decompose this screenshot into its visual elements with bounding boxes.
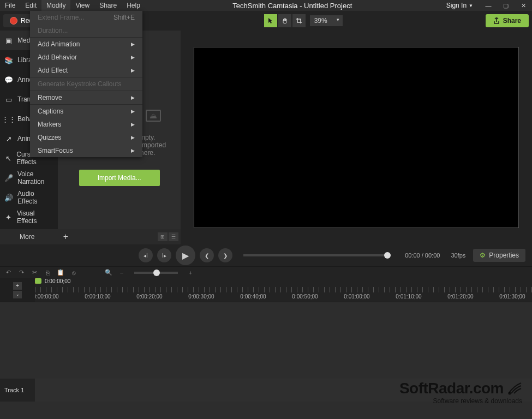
track-options-button[interactable]: ⌄	[13, 291, 22, 298]
ruler-label: 0:01:20;00	[447, 294, 473, 300]
next-button[interactable]: ❯	[218, 248, 232, 262]
timeline: + ⌄ 0:00:00;00 0:00:00;000:00:10;000:00:…	[0, 278, 532, 411]
next-frame-button[interactable]: I▸	[157, 248, 171, 262]
record-icon	[10, 17, 17, 25]
dd-markers[interactable]: Markers▶	[30, 118, 142, 131]
ruler-label: 0:00:20;00	[136, 294, 162, 300]
zoom-out-button[interactable]: −	[118, 269, 125, 277]
menubar: File Edit Modify View Share Help	[0, 0, 145, 11]
annotations-icon: 💬	[4, 75, 13, 84]
share-icon	[493, 17, 500, 24]
split-button[interactable]: ⎋	[70, 269, 77, 277]
window-controls: Sign In▼ — ▢ ✕	[440, 0, 532, 11]
undo-button[interactable]: ↶	[4, 269, 12, 277]
media-footer: + ⊞ ☰	[58, 229, 181, 244]
ruler-label: 0:00:10;00	[85, 294, 110, 300]
dd-quizzes[interactable]: Quizzes▶	[30, 131, 142, 144]
crop-tool[interactable]	[292, 14, 306, 27]
transitions-icon: ▭	[4, 95, 13, 104]
menu-file[interactable]: File	[0, 0, 20, 11]
menu-modify[interactable]: Modify	[41, 0, 70, 11]
dd-add-effect[interactable]: Add Effect▶	[30, 64, 142, 77]
timecode: 00:00 / 00:00	[402, 252, 443, 259]
prev-button[interactable]: ❮	[200, 248, 214, 262]
timeline-ruler[interactable]: 0:00:00;00 0:00:00;000:00:10;000:00:20;0…	[35, 278, 532, 302]
placeholder-image-icon: ⛰	[146, 110, 161, 122]
zoom-in-button[interactable]: +	[187, 269, 194, 277]
menu-share[interactable]: Share	[94, 0, 122, 11]
play-button[interactable]: ▶	[176, 246, 195, 265]
library-icon: 📚	[4, 56, 13, 64]
redo-button[interactable]: ↷	[17, 269, 25, 277]
ruler-label: 0:00:40;00	[240, 294, 266, 300]
cut-button[interactable]: ✂	[31, 269, 38, 277]
menu-view[interactable]: View	[70, 0, 94, 11]
titlebar: File Edit Modify View Share Help TechSmi…	[0, 0, 532, 11]
track-1-body[interactable]	[35, 379, 532, 402]
audio-icon: 🔊	[4, 193, 13, 202]
zoom-search-icon: 🔍	[105, 269, 112, 277]
dd-remove[interactable]: Remove▶	[30, 91, 142, 104]
current-time-label: 0:00:00;00	[45, 278, 70, 284]
add-track-button[interactable]: +	[13, 282, 22, 290]
ruler-label: 0:00:50;00	[292, 294, 318, 300]
menu-help[interactable]: Help	[122, 0, 145, 11]
timeline-toolbar: ↶ ↷ ✂ ⎘ 📋 ⎋ 🔍 − +	[0, 266, 532, 278]
behaviors-icon: ⋮⋮	[4, 115, 13, 123]
cursor-icon: ↖	[4, 154, 12, 163]
dd-extend-frame-: Extend Frame...Shift+E	[30, 11, 142, 24]
dd-add-animation[interactable]: Add Animation▶	[30, 38, 142, 51]
dd-generate-keystroke-callouts: Generate Keystroke Callouts	[30, 77, 142, 91]
animations-icon: ➚	[4, 134, 13, 143]
ruler-label: 0:00:30;00	[188, 294, 214, 300]
import-media-button[interactable]: Import Media...	[79, 170, 160, 186]
preview-canvas[interactable]	[194, 47, 519, 228]
visual-icon: ✦	[4, 213, 13, 222]
close-button[interactable]: ✕	[515, 0, 532, 11]
sidebar-item-visual-effects[interactable]: ✦Visual Effects	[0, 207, 58, 227]
pan-tool[interactable]	[278, 14, 291, 27]
copy-button[interactable]: ⎘	[44, 269, 51, 277]
ruler-label: 0:01:00;00	[344, 294, 369, 300]
add-media-button[interactable]: +	[58, 229, 73, 244]
paste-button[interactable]: 📋	[57, 269, 64, 277]
list-view-button[interactable]: ☰	[169, 232, 178, 241]
modify-dropdown: Extend Frame...Shift+EDuration...Add Ani…	[30, 11, 142, 157]
prev-frame-button[interactable]: ◂I	[139, 248, 153, 262]
dd-smartfocus[interactable]: SmartFocus▶	[30, 144, 142, 157]
grid-view-button[interactable]: ⊞	[158, 232, 168, 241]
scrub-handle[interactable]	[384, 252, 391, 259]
sidebar-item-voice-narration[interactable]: 🎤Voice Narration	[0, 168, 58, 188]
track-row-1[interactable]: Track 1	[0, 379, 532, 402]
playhead[interactable]	[38, 278, 39, 285]
timeline-header: + ⌄ 0:00:00;00 0:00:00;000:00:10;000:00:…	[0, 278, 532, 302]
ruler-label: 0:00:00;00	[35, 294, 59, 300]
menu-edit[interactable]: Edit	[20, 0, 41, 11]
track-controls: + ⌄	[0, 278, 35, 302]
zoom-dropdown[interactable]: 39%	[310, 15, 343, 26]
dd-add-behavior[interactable]: Add Behavior▶	[30, 51, 142, 64]
scrub-bar[interactable]	[243, 254, 391, 256]
playback-bar: ◂I I▸ ▶ ❮ ❯ 00:00 / 00:00 30fps ⚙Propert…	[0, 244, 532, 266]
ruler-label: 0:01:10;00	[396, 294, 421, 300]
dd-captions[interactable]: Captions▶	[30, 105, 142, 118]
sidebar-more[interactable]: More	[0, 229, 58, 244]
minimize-button[interactable]: —	[480, 0, 497, 11]
timeline-tracks: Track 1	[0, 302, 532, 411]
select-tool[interactable]	[264, 14, 277, 27]
maximize-button[interactable]: ▢	[497, 0, 515, 11]
sidebar-item-audio-effects[interactable]: 🔊Audio Effects	[0, 188, 58, 207]
gear-icon: ⚙	[480, 252, 486, 259]
signin-button[interactable]: Sign In▼	[440, 0, 480, 11]
ruler-label: 0:01:30;00	[499, 294, 525, 300]
dd-duration-: Duration...	[30, 24, 142, 37]
media-icon: ▣	[4, 36, 13, 45]
fps-label: 30fps	[447, 252, 469, 259]
zoom-handle[interactable]	[153, 270, 160, 276]
timeline-zoom-slider[interactable]	[134, 272, 178, 274]
share-button[interactable]: Share	[486, 14, 529, 27]
window-title: TechSmith Camtasia - Untitled Project	[145, 2, 440, 10]
canvas-area	[181, 31, 532, 244]
track-1-header[interactable]: Track 1	[0, 379, 35, 402]
properties-button[interactable]: ⚙Properties	[473, 249, 525, 262]
